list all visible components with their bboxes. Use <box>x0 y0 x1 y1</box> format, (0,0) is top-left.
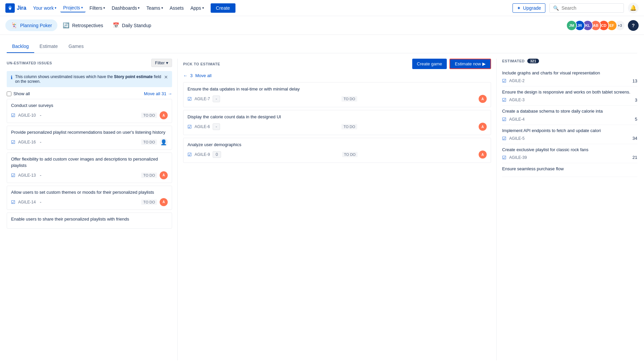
estimate-now-button[interactable]: Estimate now ▶ <box>449 59 491 69</box>
issue-avatar: A <box>160 198 168 206</box>
issue-card: Allow users to set custom themes or mood… <box>7 186 172 210</box>
daily-standup-icon: 📅 <box>113 22 119 28</box>
dash: - <box>40 139 42 145</box>
mid-column: PICK TO ESTIMATE Create game Estimate th… <box>178 59 496 360</box>
pick-card-row: ☑ AGILE-6 - TO DO A <box>187 123 487 131</box>
issue-checkbox-icon: ☑ <box>502 117 506 122</box>
page-tab-backlog[interactable]: Backlog <box>7 40 34 53</box>
issue-checkbox-icon: ☑ <box>502 155 506 160</box>
pick-col-title: PICK TO ESTIMATE <box>183 62 220 66</box>
info-box: ℹ This column shows unestimated issues w… <box>7 71 172 87</box>
create-game-button[interactable]: Create game <box>412 59 447 69</box>
issue-row: ☑ AGILE-14 - TO DO A <box>11 198 168 206</box>
show-all-checkbox-label[interactable]: Show all <box>7 91 30 96</box>
issue-title: Offer flexibility to add custom cover im… <box>11 156 168 168</box>
pick-card-title: Display the calorie count data in the de… <box>187 114 487 119</box>
info-icon: ℹ <box>11 75 12 80</box>
issue-avatar: A <box>479 150 487 159</box>
page-tab-estimate[interactable]: Estimate <box>34 40 63 53</box>
top-nav: Jira Your work ▾ Projects ▾ Filters ▾ Da… <box>0 0 644 16</box>
second-nav: 🃏 Planning Poker 🔄 Retrospectives 📅 Dail… <box>0 16 644 35</box>
help-button[interactable]: ? <box>628 20 639 31</box>
chevron-down-icon: ▾ <box>202 6 204 10</box>
issue-avatar: A <box>479 123 487 131</box>
avatar-group: JM JR KL AB CD EF +3 ? <box>569 20 639 31</box>
est-item-row: ☑ AGILE-3 3 <box>502 97 637 103</box>
tab-planning-poker[interactable]: 🃏 Planning Poker <box>5 19 57 31</box>
issue-card: Conduct user surveys ☑ AGILE-10 - TO DO … <box>7 99 172 123</box>
issue-checkbox-icon: ☑ <box>11 113 15 118</box>
est-item-row: ☑ AGILE-2 13 <box>502 78 637 83</box>
issue-title: Provide personalized playlist recommenda… <box>11 129 168 135</box>
filter-button[interactable]: Filter ▾ <box>151 59 172 67</box>
estimate-now-wrapper: Estimate the issues now Estimate now ▶ <box>449 59 491 69</box>
count-row: ← 3 Move all <box>183 73 491 78</box>
issue-checkbox-icon: ☑ <box>502 136 506 141</box>
issue-checkbox-icon: ☑ <box>502 97 506 103</box>
nav-item-your-work[interactable]: Your work ▾ <box>30 4 59 12</box>
mid-actions: Create game Estimate the issues now Esti… <box>412 59 491 69</box>
issue-title: Conduct user surveys <box>11 103 168 109</box>
close-info-button[interactable]: ✕ <box>164 74 168 80</box>
jira-logo-text: Jira <box>17 5 26 11</box>
upgrade-icon: ✦ <box>517 5 521 11</box>
issue-row: ☑ AGILE-10 - TO DO A <box>11 111 168 119</box>
issue-card: Enable users to share their personalized… <box>7 213 172 229</box>
pick-card-title: Analyze user demographics <box>187 142 487 147</box>
issue-title: Enable users to share their personalized… <box>11 216 168 222</box>
nav-item-projects[interactable]: Projects ▾ <box>60 4 86 12</box>
pick-card-row: ☑ AGILE-9 0 TO DO A <box>187 150 487 159</box>
issue-title: Allow users to set custom themes or mood… <box>11 189 168 195</box>
notification-icon[interactable]: 🔔 <box>628 3 639 13</box>
page-tabs: Backlog Estimate Games <box>7 40 637 53</box>
create-button[interactable]: Create <box>211 3 235 13</box>
search-icon: 🔍 <box>553 5 559 11</box>
show-all-checkbox[interactable] <box>7 92 11 96</box>
search-box[interactable]: 🔍 <box>549 3 624 13</box>
move-all-button[interactable]: Move all 31 → <box>144 91 172 96</box>
estimated-badge: 321 <box>527 59 539 63</box>
main-content: Backlog Estimate Games UN-ESTIMATED ISSU… <box>0 35 644 362</box>
est-item-row: ☑ AGILE-39 21 <box>502 155 637 160</box>
issue-avatar: 👤 <box>160 138 168 146</box>
jira-logo[interactable]: Jira <box>5 3 26 13</box>
issue-checkbox-icon: ☑ <box>187 152 192 157</box>
nav-item-teams[interactable]: Teams ▾ <box>144 4 165 12</box>
chevron-down-icon: ▾ <box>81 6 83 9</box>
nav-item-assets[interactable]: Assets <box>167 4 186 12</box>
left-arrow-icon: ← <box>183 73 187 78</box>
issue-checkbox-icon: ☑ <box>11 139 15 145</box>
issue-avatar: A <box>160 171 168 179</box>
arrow-right-icon: ▶ <box>482 61 486 66</box>
issue-row: ☑ AGILE-13 - TO DO A <box>11 171 168 179</box>
issue-checkbox-icon: ☑ <box>11 199 15 205</box>
issue-card: Provide personalized playlist recommenda… <box>7 126 172 150</box>
right-col-header: ESTIMATED 321 <box>502 59 637 63</box>
tab-daily-standup[interactable]: 📅 Daily Standup <box>109 19 155 31</box>
tab-retrospectives[interactable]: 🔄 Retrospectives <box>59 19 107 31</box>
page-tab-games[interactable]: Games <box>63 40 89 53</box>
nav-item-apps[interactable]: Apps ▾ <box>188 4 207 12</box>
issue-checkbox-icon: ☑ <box>11 173 15 178</box>
mid-col-header: PICK TO ESTIMATE Create game Estimate th… <box>183 59 491 69</box>
issue-row: ☑ AGILE-16 - TO DO 👤 <box>11 138 168 146</box>
est-item-row: ☑ AGILE-4 5 <box>502 117 637 122</box>
arrow-right-icon: → <box>168 91 172 96</box>
issue-card: Offer flexibility to add custom cover im… <box>7 153 172 183</box>
estimate-value: - <box>213 123 220 130</box>
dash: - <box>40 199 42 205</box>
estimated-col-title: ESTIMATED <box>502 59 525 63</box>
pick-card: Display the calorie count data in the de… <box>183 110 491 135</box>
pick-card: Analyze user demographics ☑ AGILE-9 0 TO… <box>183 138 491 163</box>
chevron-down-icon: ▾ <box>103 6 105 10</box>
nav-item-dashboards[interactable]: Dashboards ▾ <box>109 4 143 12</box>
left-column: UN-ESTIMATED ISSUES Filter ▾ ℹ This colu… <box>7 59 178 360</box>
upgrade-button[interactable]: ✦ Upgrade <box>513 3 545 13</box>
issue-avatar: A <box>479 95 487 103</box>
search-input[interactable] <box>561 5 620 11</box>
pick-card-row: ☑ AGILE-7 - TO DO A <box>187 95 487 103</box>
pick-card: Ensure the data updates in real-time or … <box>183 82 491 107</box>
est-item: Include graphs and charts for visual rep… <box>502 67 637 86</box>
move-all-link[interactable]: Move all <box>195 73 211 78</box>
nav-item-filters[interactable]: Filters ▾ <box>87 4 108 12</box>
